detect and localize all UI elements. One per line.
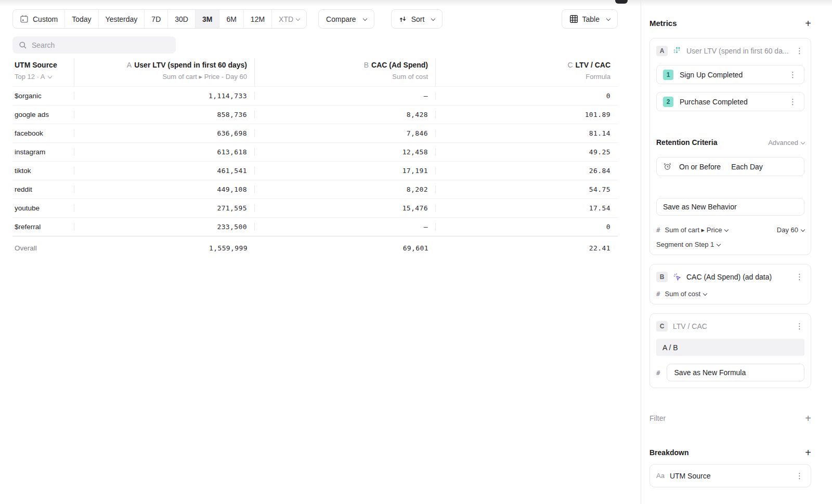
compare-button[interactable]: Compare — [318, 9, 374, 29]
column-title-text: User LTV (spend in first 60 days) — [134, 61, 247, 69]
step-1-menu-icon[interactable]: ⋮ — [788, 71, 798, 78]
query-builder-panel: Metrics + A User LTV (spend in first 60 … — [641, 0, 832, 504]
cell-value: 8,428 — [255, 111, 436, 118]
metric-a-header[interactable]: A User LTV (spend in first 60 da... ⋮ — [656, 45, 804, 57]
retention-mode-label: Advanced — [768, 139, 798, 147]
metric-card-b: B CAC (Ad Spend) (ad data) ⋮ # Sum of co… — [649, 264, 811, 304]
cell-value: 101.89 — [436, 111, 618, 118]
date-range-label: Custom — [33, 15, 58, 23]
metric-b-title: CAC (Ad Spend) (ad data) — [686, 273, 789, 281]
overall-value: 1,559,999 — [74, 244, 255, 252]
metric-b-header[interactable]: B CAC (Ad Spend) (ad data) ⋮ — [656, 271, 804, 283]
add-metric-icon[interactable]: + — [805, 19, 811, 28]
column-header-utm-source[interactable]: UTM Source Top 12 · A — [12, 58, 74, 86]
table-row[interactable]: facebook 636,698 7,846 81.14 — [12, 124, 618, 142]
column-header-a[interactable]: AUser LTV (spend in first 60 days) Sum o… — [74, 58, 255, 86]
save-as-new-formula-button[interactable]: Save as New Formula — [667, 364, 804, 381]
column-subtitle: Sum of cart ▸ Price - Day 60 — [74, 72, 247, 82]
table-row[interactable]: tiktok 461,541 17,191 26.84 — [12, 161, 618, 180]
chevron-down-icon — [703, 291, 707, 296]
column-key: A — [127, 61, 132, 69]
table-row[interactable]: instagram 613,618 12,458 49.25 — [12, 142, 618, 161]
table-row[interactable]: youtube 271,595 15,476 17.54 — [12, 198, 618, 217]
sort-button[interactable]: Sort — [391, 9, 443, 29]
cell-value: 271,595 — [74, 204, 255, 212]
search-icon — [19, 41, 27, 49]
step-2-menu-icon[interactable]: ⋮ — [788, 98, 798, 105]
numeric-type-icon: # — [656, 290, 660, 298]
date-range-label: 12M — [251, 15, 265, 23]
table-row[interactable]: $referral 233,500 – 0 — [12, 217, 618, 236]
date-range-30d[interactable]: 30D — [167, 10, 195, 28]
calendar-icon — [20, 15, 29, 23]
aggregation-row-b: # Sum of cost — [656, 290, 804, 298]
date-range-3m-active[interactable]: 3M — [195, 10, 219, 28]
search-input[interactable] — [32, 41, 170, 49]
metric-a-menu-icon[interactable]: ⋮ — [795, 47, 804, 55]
cell-value: – — [255, 92, 436, 100]
chevron-down-icon — [801, 140, 805, 144]
retention-mode-dropdown[interactable]: Advanced — [768, 139, 804, 147]
column-header-c[interactable]: CLTV / CAC Formula — [436, 58, 618, 86]
sort-arrows-icon — [399, 15, 407, 23]
aggregation-dropdown[interactable]: Sum of cart ▸ Price — [665, 226, 729, 234]
date-range-today[interactable]: Today — [64, 10, 98, 28]
table-search[interactable] — [12, 36, 176, 54]
cell-value: 0 — [436, 92, 618, 100]
chevron-down-icon — [362, 16, 367, 20]
column-title-text: LTV / CAC — [576, 61, 610, 69]
column-header-b[interactable]: BCAC (Ad Spend) Sum of cost — [255, 58, 436, 86]
day-window-dropdown[interactable]: Day 60 — [777, 226, 804, 234]
aggregation-dropdown-b[interactable]: Sum of cost — [665, 290, 707, 298]
step-2-badge: 2 — [663, 97, 673, 107]
cell-value: 1,114,733 — [74, 92, 255, 100]
row-limit-dropdown[interactable]: Top 12 · A — [15, 72, 74, 82]
date-range-label: Yesterday — [106, 15, 138, 23]
date-range-label: 6M — [226, 15, 236, 23]
date-range-label: 30D — [175, 15, 188, 23]
add-filter-icon[interactable]: + — [805, 414, 811, 422]
text-property-icon: Aa — [656, 472, 665, 480]
date-range-6m[interactable]: 6M — [219, 10, 243, 28]
date-range-12m[interactable]: 12M — [243, 10, 271, 28]
aggregation-label: Sum of cost — [665, 290, 701, 298]
date-range-label: Today — [72, 15, 91, 23]
cell-value: 17,191 — [255, 167, 436, 175]
table-row[interactable]: google ads 858,736 8,428 101.89 — [12, 105, 618, 124]
date-range-yesterday[interactable]: Yesterday — [98, 10, 145, 28]
breakdown-item-utm-source[interactable]: Aa UTM Source ⋮ — [649, 464, 811, 487]
cell-value: 0 — [436, 223, 618, 231]
column-title: AUser LTV (spend in first 60 days) — [74, 60, 247, 70]
column-subtitle: Sum of cost — [255, 72, 428, 82]
retention-condition-card[interactable]: On or Before Each Day — [656, 157, 804, 176]
table-row[interactable]: reddit 449,108 8,202 54.75 — [12, 180, 618, 198]
metric-c-menu-icon[interactable]: ⋮ — [795, 323, 804, 330]
row-label: facebook — [12, 129, 74, 137]
column-key: B — [364, 61, 369, 69]
cell-value: 26.84 — [436, 167, 618, 175]
save-behavior-label: Save as New Behavior — [663, 203, 737, 211]
add-breakdown-icon[interactable]: + — [805, 448, 811, 457]
metric-c-header[interactable]: C LTV / CAC ⋮ — [656, 320, 804, 333]
funnel-step-1[interactable]: 1 Sign Up Completed ⋮ — [656, 65, 804, 84]
row-label: $referral — [12, 223, 74, 231]
metric-c-title: LTV / CAC — [673, 322, 789, 330]
table-grid-icon — [569, 15, 578, 23]
segment-on-step-dropdown[interactable]: Segment on Step 1 — [656, 241, 804, 248]
table-row[interactable]: $organic 1,114,733 – 0 — [12, 86, 618, 105]
overall-value: 22.41 — [436, 244, 618, 252]
save-as-new-behavior-button[interactable]: Save as New Behavior — [656, 198, 804, 216]
row-label: youtube — [12, 204, 74, 212]
behavioral-metric-icon — [673, 47, 681, 55]
formula-input[interactable]: A / B — [656, 339, 804, 356]
cell-value: 12,458 — [255, 148, 436, 156]
view-type-button[interactable]: Table — [562, 9, 618, 29]
metric-b-menu-icon[interactable]: ⋮ — [795, 273, 804, 281]
report-toolbar: Custom Today Yesterday 7D 30D 3M 6M 12M … — [12, 9, 618, 29]
funnel-step-2[interactable]: 2 Purchase Completed ⋮ — [656, 92, 804, 111]
date-range-xtd[interactable]: XTD — [271, 10, 306, 28]
retention-criteria-row: Retention Criteria Advanced — [656, 138, 804, 147]
date-range-custom[interactable]: Custom — [13, 10, 64, 28]
date-range-7d[interactable]: 7D — [144, 10, 167, 28]
breakdown-menu-icon[interactable]: ⋮ — [795, 472, 804, 480]
